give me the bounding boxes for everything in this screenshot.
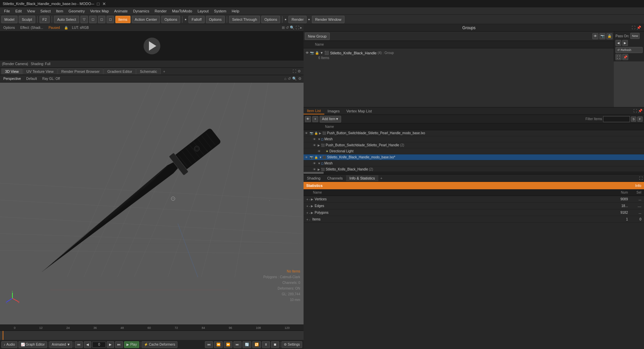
goto-start-button[interactable]: ⏮ xyxy=(75,341,83,348)
minimize-icon[interactable]: ─ xyxy=(91,1,94,6)
menu-animate[interactable]: Animate xyxy=(111,8,130,14)
il-filter-s[interactable]: S xyxy=(631,116,636,122)
options-3-button[interactable]: Options xyxy=(261,16,280,23)
graph-editor-button[interactable]: 📈 Graph Editor xyxy=(18,341,47,348)
st-dash-p[interactable]: - xyxy=(309,211,310,215)
item-row-2[interactable]: 👁 ▼ ◻ Mesh xyxy=(304,136,644,142)
il-expand-icon[interactable]: ⛶ xyxy=(633,109,637,113)
st-add-p[interactable]: + xyxy=(306,211,308,215)
menu-help[interactable]: Help xyxy=(229,8,242,14)
transport-icon-1[interactable]: ⏮ xyxy=(205,341,213,348)
il-expand-3[interactable]: ▶ xyxy=(318,144,321,147)
pass-left-icon[interactable]: ◀ xyxy=(615,40,621,46)
add-tab-button[interactable]: + xyxy=(161,69,167,74)
next-frame-button[interactable]: ▶ xyxy=(107,341,114,348)
menu-system[interactable]: System xyxy=(211,8,229,14)
toolbar-icon-2[interactable]: ◻ xyxy=(89,16,97,23)
menu-render[interactable]: Render xyxy=(152,8,169,14)
ray-gl-label[interactable]: Ray GL: Off xyxy=(41,76,61,81)
maximize-icon[interactable]: □ xyxy=(97,1,100,6)
st-add-e[interactable]: + xyxy=(306,204,308,208)
tab-3d-view[interactable]: 3D View xyxy=(1,68,22,74)
vp-home-icon[interactable]: ⌂ xyxy=(284,77,286,81)
stats-add-tab[interactable]: + xyxy=(378,175,384,181)
item-row-3[interactable]: 👁 ▶ ⬛ Push_Button_Switchblade_Stiletto_P… xyxy=(304,142,644,148)
stats-expand-icon[interactable]: ⛶ xyxy=(639,176,643,180)
default-label[interactable]: Default xyxy=(25,76,38,81)
tab-shading[interactable]: Shading xyxy=(304,175,324,181)
item-row-4[interactable]: 👁 ☀ Directional Light xyxy=(304,148,644,154)
menu-select[interactable]: Select xyxy=(38,8,53,14)
timeline-bar[interactable] xyxy=(0,331,304,340)
tab-item-list[interactable]: Item List xyxy=(304,108,324,114)
model-button[interactable]: Model xyxy=(1,16,17,23)
transport-icon-7[interactable]: ⏸ xyxy=(262,341,270,348)
toolbar-icon-3[interactable]: ◻ xyxy=(98,16,105,23)
f2-button[interactable]: F2 xyxy=(40,16,50,23)
more-icon[interactable]: ▸ xyxy=(300,26,302,30)
goto-end-button[interactable]: ⏭ xyxy=(115,341,123,348)
menu-geometry[interactable]: Geometry xyxy=(66,8,87,14)
itemlist-scrollbar[interactable] xyxy=(304,171,644,174)
menu-maxtomodo[interactable]: MaxToModo xyxy=(169,8,195,14)
st-expand-e[interactable]: ▶ xyxy=(311,204,313,208)
expand-icon[interactable]: ⛶ xyxy=(296,26,299,30)
item-row-1[interactable]: 👁 📷 🔒 ▶ ⬛ Push_Button_Switchblade_Stilet… xyxy=(304,130,644,136)
tab-info-statistics[interactable]: Info & Statistics xyxy=(346,175,378,181)
groups-cam-icon[interactable]: 📷 xyxy=(599,33,605,39)
falloff-button[interactable]: Falloff xyxy=(189,16,205,23)
item-row-6[interactable]: 👁 ▼ ◻ Mesh xyxy=(304,160,644,166)
sculpt-button[interactable]: Sculpt xyxy=(19,16,35,23)
il-expand-1[interactable]: ▶ xyxy=(319,132,322,135)
menu-layout[interactable]: Layout xyxy=(195,8,211,14)
groups-expand-icon[interactable]: ⛶ xyxy=(632,26,635,30)
toolbar-icon-1[interactable]: ▽ xyxy=(80,16,88,23)
perspective-label[interactable]: Perspective xyxy=(2,76,22,81)
settings-button[interactable]: ⚙ Settings xyxy=(281,341,302,348)
options-2-button[interactable]: Options xyxy=(206,16,225,23)
st-dash-e[interactable]: - xyxy=(309,204,310,208)
transport-icon-4[interactable]: ⏭ xyxy=(233,341,241,348)
st-expand-v[interactable]: ▶ xyxy=(311,198,313,201)
il-expand-6[interactable]: ▼ xyxy=(318,162,321,165)
group-eye-1[interactable]: 👁 xyxy=(306,51,309,55)
action-center-button[interactable]: Action Center xyxy=(132,16,160,23)
close-icon[interactable]: ✕ xyxy=(102,1,106,6)
rotate-icon[interactable]: ↺ xyxy=(286,26,289,30)
tab-channels[interactable]: Channels xyxy=(324,175,346,181)
tab-gradient-editor[interactable]: Gradient Editor xyxy=(104,68,136,74)
groups-eye-icon[interactable]: 👁 xyxy=(592,33,598,39)
item-row-7[interactable]: 👁 ▶ ⬛ Stiletto_Knife_Black_Handle (2) xyxy=(304,166,644,171)
menu-edit[interactable]: Edit xyxy=(13,8,24,14)
group-expand-1[interactable]: ▼ xyxy=(320,51,323,55)
tab-schematic[interactable]: Schematic xyxy=(136,68,161,74)
groups-pin-icon[interactable]: 📌 xyxy=(637,26,641,30)
cache-deformers-button[interactable]: ⚡ Cache Deformers xyxy=(142,341,177,348)
menu-file[interactable]: File xyxy=(1,8,13,14)
render-button[interactable]: Render xyxy=(288,16,307,23)
pass-pin-icon[interactable]: 📌 xyxy=(622,54,628,60)
group-lock-1[interactable]: 🔒 xyxy=(315,51,319,55)
st-add-i[interactable]: + xyxy=(306,217,308,221)
select-through-button[interactable]: Select Through xyxy=(229,16,260,23)
toolbar-icon-4[interactable]: ◻ xyxy=(107,16,114,23)
viewport-canvas[interactable]: No Items Polygons : Catmull-Clark Channe… xyxy=(0,83,304,325)
auto-select-button[interactable]: Auto Select xyxy=(54,16,79,23)
menu-item[interactable]: Item xyxy=(53,8,66,14)
group-cam-1[interactable]: 📷 xyxy=(310,51,314,55)
grid-icon[interactable]: ⊞ xyxy=(282,26,285,30)
items-button[interactable]: Items xyxy=(115,16,130,23)
tab-uv-texture[interactable]: UV Texture View xyxy=(23,68,57,74)
pass-expand-icon[interactable]: ⛶ xyxy=(615,54,622,60)
il-filter-f[interactable]: F xyxy=(637,116,643,122)
vp-settings-icon[interactable]: ⚙ xyxy=(298,69,301,73)
il-expand-2[interactable]: ▼ xyxy=(318,138,321,141)
vp-gear-icon[interactable]: ⚙ xyxy=(298,77,302,81)
st-add-v[interactable]: + xyxy=(306,197,308,201)
groups-lock-icon[interactable]: 🔒 xyxy=(606,33,612,39)
prev-frame-button[interactable]: ◀ xyxy=(84,341,91,348)
pass-right-icon[interactable]: ▶ xyxy=(622,40,628,46)
options-1-button[interactable]: Options xyxy=(161,16,180,23)
tab-render-preset[interactable]: Render Preset Browser xyxy=(58,68,103,74)
options-btn[interactable]: Options xyxy=(2,26,16,30)
